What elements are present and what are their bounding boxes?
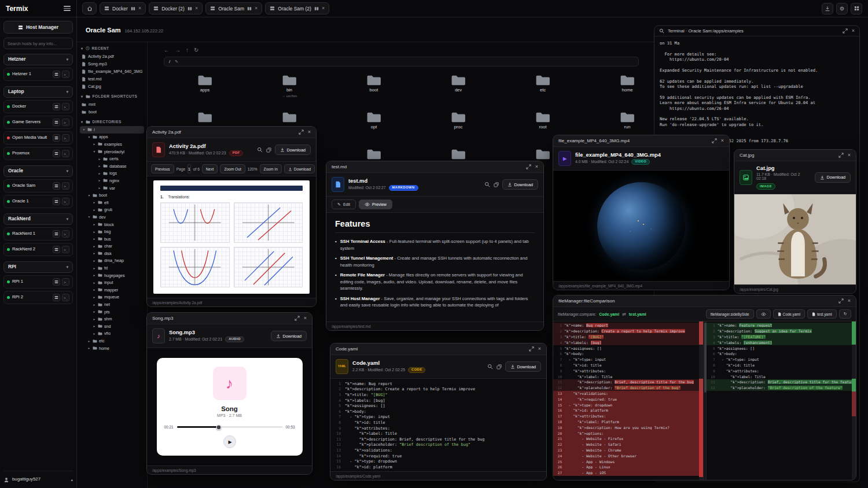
- directory-item[interactable]: char: [80, 243, 144, 250]
- side-by-side-button[interactable]: fileManager.sideBySide: [706, 309, 754, 319]
- download-button[interactable]: Download: [275, 145, 311, 155]
- directory-item[interactable]: certs: [80, 155, 144, 162]
- directory-item[interactable]: mqueue: [80, 294, 144, 301]
- file-manager-icon-button[interactable]: [53, 182, 60, 190]
- directory-item[interactable]: home: [80, 345, 144, 352]
- close-icon[interactable]: ×: [852, 28, 855, 34]
- sidebar-row[interactable]: Open Media Vault ▾ >_: [3, 131, 73, 145]
- directory-item[interactable]: var: [80, 184, 144, 192]
- session-tab[interactable]: Oracle Sam ×: [205, 2, 262, 14]
- toggle-visibility-button[interactable]: [756, 309, 771, 319]
- split-icon[interactable]: [187, 6, 192, 11]
- terminal-icon-button[interactable]: >_: [62, 246, 69, 253]
- copy-icon[interactable]: [494, 182, 499, 187]
- updates-button[interactable]: [822, 3, 833, 14]
- forward-icon[interactable]: →: [175, 47, 181, 53]
- pdf-page-view[interactable]: 1. Translations:: [147, 176, 316, 298]
- directory-item[interactable]: nginx: [80, 177, 144, 184]
- code-editor[interactable]: "k">name: Bug report "k">description: Cr…: [330, 379, 546, 471]
- chevron-down-icon[interactable]: ▾: [67, 265, 68, 269]
- search-icon[interactable]: [487, 364, 493, 369]
- directory-item[interactable]: hugepages: [80, 272, 144, 279]
- download-button[interactable]: Download: [271, 331, 307, 341]
- sidebar-row[interactable]: RackNerd 2 ▾ >_: [3, 243, 73, 256]
- zoom-in-button[interactable]: Zoom In: [260, 164, 282, 173]
- download-button[interactable]: Download: [815, 172, 851, 183]
- window-titlebar[interactable]: test.md ×: [326, 161, 543, 173]
- refresh-button[interactable]: ↻: [839, 309, 851, 319]
- chevron-down-icon[interactable]: ▾: [67, 90, 68, 94]
- chevron-down-icon[interactable]: ▾: [67, 217, 68, 221]
- directory-item[interactable]: database: [80, 162, 144, 170]
- terminal-icon-button[interactable]: >_: [62, 198, 69, 205]
- directory-item[interactable]: disk: [80, 250, 144, 257]
- close-icon[interactable]: ×: [138, 6, 141, 11]
- file-manager-icon-button[interactable]: [53, 103, 60, 110]
- close-icon[interactable]: ×: [308, 130, 311, 135]
- directory-item[interactable]: bus: [80, 235, 144, 243]
- file-manager-icon-button[interactable]: [53, 119, 60, 126]
- right-minimap[interactable]: [852, 321, 856, 480]
- close-icon[interactable]: ×: [304, 316, 307, 321]
- up-icon[interactable]: ↑: [186, 47, 189, 53]
- close-icon[interactable]: ×: [848, 153, 851, 158]
- expand-icon[interactable]: [529, 346, 534, 352]
- expand-icon[interactable]: [295, 316, 300, 321]
- split-icon[interactable]: [314, 6, 319, 11]
- directories-section-header[interactable]: ▾ DIRECTORIES: [81, 120, 143, 124]
- swap-icon[interactable]: ⇄: [622, 312, 626, 317]
- tab-home[interactable]: [82, 2, 97, 14]
- session-tab[interactable]: Docker ×: [100, 2, 146, 14]
- hamburger-menu-icon[interactable]: [64, 6, 71, 10]
- file-manager-icon-button[interactable]: [53, 278, 60, 286]
- search-icon[interactable]: [484, 182, 490, 187]
- folder-item[interactable]: etc: [501, 72, 585, 109]
- terminal-icon-button[interactable]: >_: [62, 71, 69, 78]
- directory-item[interactable]: etc: [80, 337, 144, 345]
- folder-item[interactable]: proc: [416, 109, 501, 146]
- sidebar-row[interactable]: RackNerd 1 ▾ >_: [3, 227, 73, 241]
- recent-file-item[interactable]: Cat.jpg: [80, 83, 144, 90]
- directory-item[interactable]: efi: [80, 199, 144, 206]
- split-icon[interactable]: [247, 6, 252, 11]
- file-manager-icon-button[interactable]: [53, 198, 60, 205]
- folder-item[interactable]: dev: [416, 72, 501, 109]
- seek-thumb[interactable]: [216, 424, 222, 430]
- directory-item[interactable]: /: [80, 126, 144, 134]
- close-icon[interactable]: ×: [535, 164, 538, 169]
- expand-icon[interactable]: [299, 130, 304, 135]
- folder-item[interactable]: bin → usr/bin: [247, 72, 332, 109]
- zoom-out-button[interactable]: Zoom Out: [220, 164, 245, 173]
- folder-shortcut-item[interactable]: boot: [80, 108, 144, 116]
- directory-item[interactable]: vfio: [80, 330, 144, 338]
- file-manager-icon-button[interactable]: [53, 230, 60, 238]
- expand-icon[interactable]: [712, 138, 717, 143]
- search-icon[interactable]: [659, 28, 664, 34]
- recent-section-header[interactable]: ▾ RECENT: [81, 46, 143, 50]
- directory-item[interactable]: dev: [80, 213, 144, 221]
- right-file-tab-button[interactable]: test.yaml: [807, 309, 837, 319]
- directory-item[interactable]: input: [80, 279, 144, 286]
- folder-item[interactable]: opt: [332, 109, 416, 146]
- left-file-tab-button[interactable]: Code.yaml: [773, 309, 806, 319]
- host-search-input[interactable]: [3, 38, 73, 49]
- copy-icon[interactable]: [496, 364, 502, 369]
- window-titlebar[interactable]: file_example_MP4_640_3MG.mp4 ×: [553, 135, 729, 147]
- file-manager-icon-button[interactable]: [53, 134, 60, 142]
- close-icon[interactable]: ×: [195, 6, 198, 11]
- file-manager-icon-button[interactable]: [53, 71, 60, 78]
- download-button[interactable]: Download: [505, 361, 541, 372]
- expand-icon[interactable]: [838, 298, 844, 304]
- sidebar-row[interactable]: Oracle 1 ▾ >_: [3, 195, 73, 208]
- expand-icon[interactable]: [843, 28, 848, 34]
- directory-item[interactable]: snd: [80, 323, 144, 330]
- sidebar-row[interactable]: Laptop ▾ >_: [3, 86, 73, 98]
- breadcrumb[interactable]: / ✎: [164, 57, 639, 66]
- directory-item[interactable]: block: [80, 221, 144, 228]
- window-titlebar[interactable]: Song.mp3 ×: [147, 313, 312, 324]
- file-manager-icon-button[interactable]: [53, 294, 60, 301]
- sidebar-row[interactable]: Proxmox ▾ >_: [3, 147, 73, 160]
- close-icon[interactable]: ×: [848, 298, 851, 304]
- recent-file-item[interactable]: Song.mp3: [80, 60, 144, 68]
- folder-shortcut-item[interactable]: mnt: [80, 101, 144, 108]
